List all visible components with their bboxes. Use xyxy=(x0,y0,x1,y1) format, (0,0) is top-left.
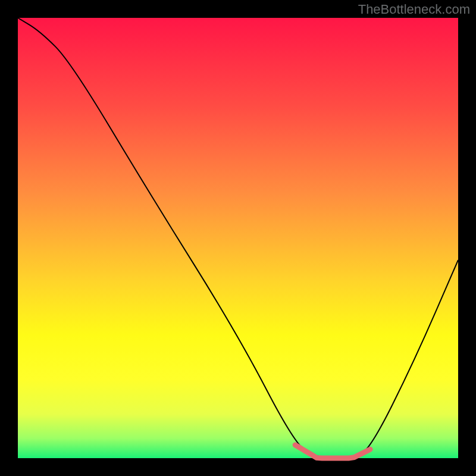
plot-area xyxy=(18,18,458,458)
chart-container: TheBottleneck.com xyxy=(0,0,476,476)
gradient-rect xyxy=(18,18,458,458)
watermark-text: TheBottleneck.com xyxy=(358,2,470,17)
bottleneck-chart xyxy=(0,0,476,476)
